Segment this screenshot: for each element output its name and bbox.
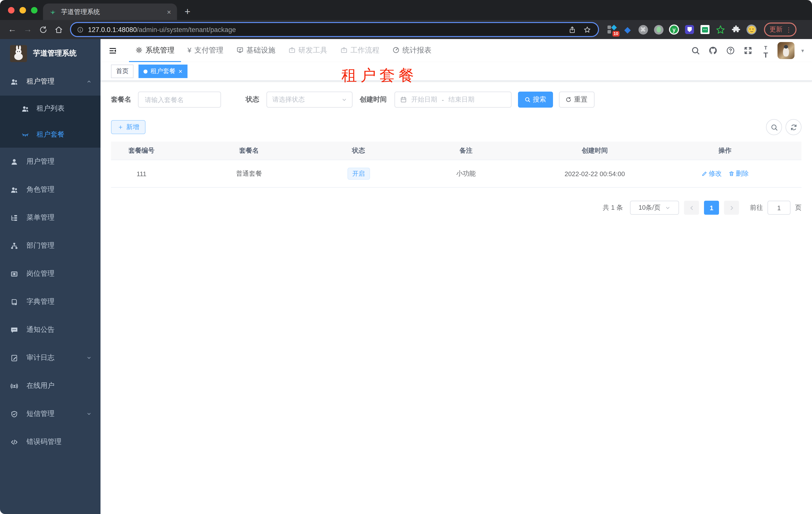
briefcase-icon bbox=[341, 47, 348, 54]
delete-link[interactable]: 删除 bbox=[728, 169, 749, 178]
sidebar-item-tenant-management[interactable]: 租户管理 bbox=[0, 67, 100, 96]
tag-close-icon[interactable]: × bbox=[178, 67, 182, 75]
extension-shield-icon[interactable] bbox=[685, 25, 695, 34]
message-icon bbox=[10, 326, 19, 333]
minimize-window-button[interactable] bbox=[20, 7, 26, 13]
status-label: 状态 bbox=[246, 95, 259, 104]
sidebar-item-role-management[interactable]: 角色管理 bbox=[0, 176, 100, 204]
top-menu-system[interactable]: 系统管理 bbox=[129, 39, 181, 62]
address-bar[interactable]: 127.0.0.1:48080/admin-ui/system/tenant/p… bbox=[70, 22, 599, 37]
forward-icon[interactable]: → bbox=[21, 22, 35, 37]
top-menu-workflow[interactable]: 工作流程 bbox=[334, 39, 386, 62]
page-size-value: 10条/页 bbox=[638, 203, 661, 212]
extensions-puzzle-icon[interactable] bbox=[731, 25, 741, 34]
log-icon bbox=[10, 354, 19, 361]
home-icon[interactable] bbox=[52, 22, 66, 37]
user-avatar[interactable] bbox=[778, 42, 795, 59]
top-menu-payment[interactable]: ¥ 支付管理 bbox=[181, 39, 230, 62]
add-button[interactable]: ＋ 新增 bbox=[111, 120, 145, 134]
sidebar-item-dict-management[interactable]: 字典管理 bbox=[0, 288, 100, 316]
github-icon[interactable] bbox=[708, 45, 719, 56]
tag-tenant-package[interactable]: 租户套餐 × bbox=[139, 64, 187, 78]
next-page-button[interactable] bbox=[724, 201, 739, 215]
zoom-window-button[interactable] bbox=[31, 7, 37, 13]
package-name-label: 套餐名 bbox=[111, 95, 131, 104]
traffic-lights bbox=[8, 7, 37, 13]
extension-y-icon[interactable]: y bbox=[669, 25, 679, 34]
goto-label: 前往 bbox=[750, 203, 763, 212]
goto-page-input[interactable] bbox=[767, 201, 790, 215]
extension-gem-icon[interactable]: ◆ bbox=[622, 25, 633, 34]
navbar-right-tools: TT ▾ bbox=[690, 42, 812, 59]
edit-link[interactable]: 修改 bbox=[701, 169, 722, 178]
sidebar-item-user-management[interactable]: 用户管理 bbox=[0, 147, 100, 176]
sidebar-item-tenant-list[interactable]: 租户列表 bbox=[0, 96, 100, 121]
sidebar-item-notice[interactable]: 通知公告 bbox=[0, 316, 100, 344]
tab-close-icon[interactable]: × bbox=[167, 8, 171, 16]
fullscreen-icon[interactable] bbox=[743, 45, 754, 56]
sidebar-item-dept-management[interactable]: 部门管理 bbox=[0, 232, 100, 260]
sidebar-item-post-management[interactable]: 岗位管理 bbox=[0, 260, 100, 288]
refresh-table-button[interactable] bbox=[785, 119, 802, 135]
browser-tab[interactable]: 芋道管理系统 × bbox=[43, 3, 177, 20]
site-info-icon[interactable] bbox=[77, 26, 84, 33]
sidebar-item-label: 菜单管理 bbox=[27, 213, 91, 222]
show-search-toggle-button[interactable] bbox=[766, 119, 782, 135]
package-name-input[interactable] bbox=[144, 96, 215, 104]
browser-profile-avatar[interactable] bbox=[747, 25, 756, 34]
new-tab-button[interactable]: + bbox=[180, 4, 195, 19]
tag-home[interactable]: 首页 bbox=[111, 64, 134, 78]
chevron-down-icon bbox=[665, 205, 670, 211]
sidebar-item-label: 审计日志 bbox=[27, 353, 79, 362]
peoples-icon bbox=[21, 105, 29, 112]
close-window-button[interactable] bbox=[8, 7, 14, 13]
back-icon[interactable]: ← bbox=[5, 22, 20, 37]
pagination-total: 共 1 条 bbox=[603, 203, 623, 212]
avatar-caret-icon[interactable]: ▾ bbox=[801, 47, 804, 54]
reset-button[interactable]: 重置 bbox=[559, 91, 594, 108]
calendar-icon bbox=[400, 96, 407, 103]
help-icon[interactable] bbox=[725, 45, 736, 56]
page-title-overlay: 租户套餐 bbox=[342, 65, 417, 86]
extension-chat-icon[interactable] bbox=[700, 25, 710, 34]
extension-command-icon[interactable]: ⌘ bbox=[638, 25, 648, 34]
browser-menu-icon[interactable]: ⋮ bbox=[785, 26, 792, 33]
top-menu-infrastructure[interactable]: 基础设施 bbox=[230, 39, 282, 62]
extension-green-dot-icon[interactable] bbox=[654, 25, 664, 34]
search-icon[interactable] bbox=[690, 45, 701, 56]
page-size-select[interactable]: 10条/页 bbox=[630, 201, 679, 215]
search-button[interactable]: 搜索 bbox=[518, 91, 553, 108]
sidebar-item-error-code[interactable]: 错误码管理 bbox=[0, 428, 100, 456]
extension-grid-sync-icon[interactable]: 10 bbox=[607, 25, 617, 34]
column-header: 创建时间 bbox=[541, 142, 648, 160]
sidebar-item-sms-management[interactable]: 短信管理 bbox=[0, 400, 100, 428]
sidebar-item-online-users[interactable]: 在线用户 bbox=[0, 372, 100, 400]
org-tree-icon bbox=[10, 242, 19, 249]
page-number-button[interactable]: 1 bbox=[704, 201, 719, 215]
bookmark-star-icon[interactable] bbox=[583, 26, 591, 33]
extension-star-icon[interactable] bbox=[716, 25, 725, 34]
package-name-input-wrap bbox=[138, 91, 221, 108]
browser-update-button[interactable]: 更新 ⋮ bbox=[764, 23, 796, 36]
share-icon[interactable] bbox=[569, 26, 576, 33]
sidebar-item-menu-management[interactable]: 菜单管理 bbox=[0, 204, 100, 232]
sidebar-item-label: 用户管理 bbox=[27, 157, 91, 166]
extensions-bar: 10 ◆ ⌘ y 更新 ⋮ bbox=[607, 23, 796, 36]
collapse-sidebar-icon[interactable] bbox=[100, 46, 122, 55]
top-menu-reports[interactable]: 统计报表 bbox=[386, 39, 438, 62]
chevron-down-icon bbox=[87, 355, 91, 360]
date-range-picker[interactable]: 开始日期 - 结束日期 bbox=[394, 91, 511, 108]
tab-title: 芋道管理系统 bbox=[61, 7, 163, 16]
sidebar-item-tenant-package[interactable]: 租户套餐 bbox=[0, 121, 100, 147]
prev-page-button[interactable] bbox=[684, 201, 699, 215]
sidebar-item-label: 错误码管理 bbox=[27, 437, 91, 447]
column-header: 状态 bbox=[326, 142, 391, 160]
cell-package-id: 111 bbox=[111, 160, 172, 187]
browser-window: 芋道管理系统 × + ← → 127.0.0.1:48080/admin-ui/… bbox=[0, 0, 812, 514]
sidebar-logo: 芋道管理系统 bbox=[0, 39, 100, 67]
status-select[interactable]: 请选择状态 bbox=[266, 91, 352, 108]
font-size-icon[interactable]: TT bbox=[760, 45, 771, 56]
reload-icon[interactable] bbox=[36, 22, 51, 37]
top-menu-dev-tools[interactable]: 研发工具 bbox=[282, 39, 334, 62]
sidebar-item-audit-log[interactable]: 审计日志 bbox=[0, 344, 100, 372]
